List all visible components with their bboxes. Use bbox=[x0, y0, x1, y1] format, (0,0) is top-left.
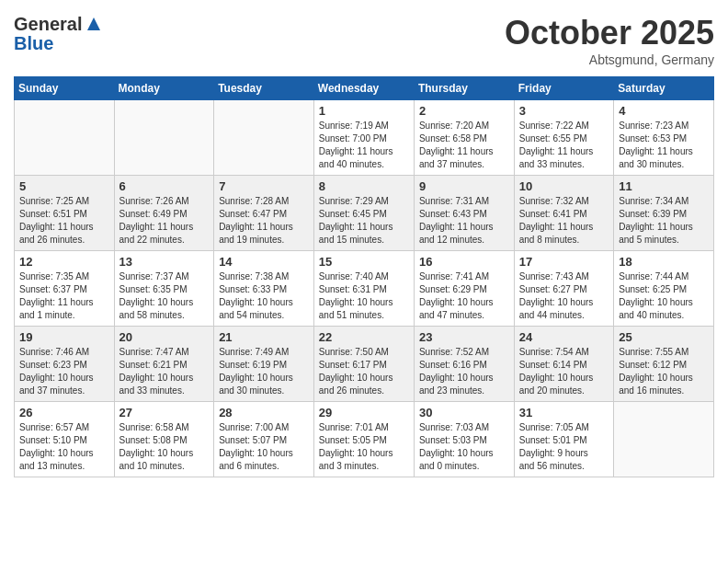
day-info: Sunrise: 7:01 AMSunset: 5:05 PMDaylight:… bbox=[319, 421, 409, 473]
day-number: 28 bbox=[219, 406, 309, 419]
calendar-cell: 3Sunrise: 7:22 AMSunset: 6:55 PMDaylight… bbox=[514, 100, 613, 176]
day-header-wednesday: Wednesday bbox=[313, 77, 414, 100]
day-number: 17 bbox=[519, 255, 609, 269]
day-number: 5 bbox=[19, 179, 109, 193]
day-info: Sunrise: 7:05 AMSunset: 5:01 PMDaylight:… bbox=[519, 421, 609, 473]
day-number: 4 bbox=[619, 104, 709, 118]
day-info: Sunrise: 7:46 AMSunset: 6:23 PMDaylight:… bbox=[19, 346, 109, 397]
day-info: Sunrise: 7:29 AMSunset: 6:45 PMDaylight:… bbox=[319, 195, 409, 247]
day-number: 25 bbox=[619, 330, 709, 344]
day-info: Sunrise: 7:20 AMSunset: 6:58 PMDaylight:… bbox=[419, 120, 509, 171]
calendar-cell: 27Sunrise: 6:58 AMSunset: 5:08 PMDayligh… bbox=[114, 402, 214, 477]
logo-blue-text: Blue bbox=[14, 34, 53, 52]
calendar-cell bbox=[614, 402, 714, 477]
calendar-cell: 14Sunrise: 7:38 AMSunset: 6:33 PMDayligh… bbox=[214, 251, 314, 327]
day-number: 7 bbox=[219, 179, 309, 193]
calendar-table: SundayMondayTuesdayWednesdayThursdayFrid… bbox=[14, 76, 714, 477]
day-header-tuesday: Tuesday bbox=[214, 77, 314, 100]
day-info: Sunrise: 7:49 AMSunset: 6:19 PMDaylight:… bbox=[219, 346, 309, 397]
logo-general-text: General bbox=[14, 15, 82, 33]
location-subtitle: Abtsgmund, Germany bbox=[505, 52, 714, 67]
day-info: Sunrise: 7:26 AMSunset: 6:49 PMDaylight:… bbox=[119, 195, 210, 247]
day-number: 27 bbox=[119, 406, 210, 419]
day-info: Sunrise: 7:00 AMSunset: 5:07 PMDaylight:… bbox=[219, 421, 309, 473]
calendar-cell: 18Sunrise: 7:44 AMSunset: 6:25 PMDayligh… bbox=[614, 251, 714, 327]
day-number: 15 bbox=[319, 255, 409, 269]
day-number: 12 bbox=[19, 255, 109, 269]
calendar-cell: 6Sunrise: 7:26 AMSunset: 6:49 PMDaylight… bbox=[114, 176, 214, 251]
calendar-week-row: 19Sunrise: 7:46 AMSunset: 6:23 PMDayligh… bbox=[15, 327, 714, 402]
day-info: Sunrise: 7:47 AMSunset: 6:21 PMDaylight:… bbox=[119, 346, 210, 397]
day-number: 24 bbox=[519, 330, 609, 344]
logo: General Blue bbox=[14, 14, 104, 52]
logo-icon bbox=[84, 14, 104, 34]
day-info: Sunrise: 7:23 AMSunset: 6:53 PMDaylight:… bbox=[619, 120, 709, 171]
day-number: 8 bbox=[319, 179, 409, 193]
day-info: Sunrise: 6:58 AMSunset: 5:08 PMDaylight:… bbox=[119, 421, 210, 473]
day-number: 2 bbox=[419, 104, 509, 118]
calendar-cell: 31Sunrise: 7:05 AMSunset: 5:01 PMDayligh… bbox=[514, 402, 613, 477]
day-number: 20 bbox=[119, 330, 210, 344]
page-header: General Blue October 2025 Abtsgmund, Ger… bbox=[14, 14, 714, 67]
day-number: 11 bbox=[619, 179, 709, 193]
day-info: Sunrise: 7:52 AMSunset: 6:16 PMDaylight:… bbox=[419, 346, 509, 397]
calendar-cell: 15Sunrise: 7:40 AMSunset: 6:31 PMDayligh… bbox=[313, 251, 414, 327]
calendar-cell: 8Sunrise: 7:29 AMSunset: 6:45 PMDaylight… bbox=[313, 176, 414, 251]
day-header-friday: Friday bbox=[514, 77, 613, 100]
calendar-week-row: 1Sunrise: 7:19 AMSunset: 7:00 PMDaylight… bbox=[15, 100, 714, 176]
calendar-cell: 28Sunrise: 7:00 AMSunset: 5:07 PMDayligh… bbox=[214, 402, 314, 477]
calendar-cell: 7Sunrise: 7:28 AMSunset: 6:47 PMDaylight… bbox=[214, 176, 314, 251]
day-number: 6 bbox=[119, 179, 210, 193]
day-header-monday: Monday bbox=[114, 77, 214, 100]
calendar-week-row: 26Sunrise: 6:57 AMSunset: 5:10 PMDayligh… bbox=[15, 402, 714, 477]
day-number: 9 bbox=[419, 179, 509, 193]
calendar-cell: 16Sunrise: 7:41 AMSunset: 6:29 PMDayligh… bbox=[414, 251, 514, 327]
day-number: 26 bbox=[19, 406, 109, 419]
day-info: Sunrise: 7:22 AMSunset: 6:55 PMDaylight:… bbox=[519, 120, 609, 171]
calendar-cell bbox=[15, 100, 115, 176]
calendar-cell: 13Sunrise: 7:37 AMSunset: 6:35 PMDayligh… bbox=[114, 251, 214, 327]
day-number: 29 bbox=[319, 406, 409, 419]
day-number: 3 bbox=[519, 104, 609, 118]
day-number: 30 bbox=[419, 406, 509, 419]
day-number: 21 bbox=[219, 330, 309, 344]
day-number: 10 bbox=[519, 179, 609, 193]
day-number: 31 bbox=[519, 406, 609, 419]
calendar-cell: 17Sunrise: 7:43 AMSunset: 6:27 PMDayligh… bbox=[514, 251, 613, 327]
day-number: 16 bbox=[419, 255, 509, 269]
day-info: Sunrise: 7:37 AMSunset: 6:35 PMDaylight:… bbox=[119, 270, 210, 322]
calendar-cell: 4Sunrise: 7:23 AMSunset: 6:53 PMDaylight… bbox=[614, 100, 714, 176]
day-info: Sunrise: 7:54 AMSunset: 6:14 PMDaylight:… bbox=[519, 346, 609, 397]
calendar-week-row: 12Sunrise: 7:35 AMSunset: 6:37 PMDayligh… bbox=[15, 251, 714, 327]
day-number: 22 bbox=[319, 330, 409, 344]
calendar-cell: 10Sunrise: 7:32 AMSunset: 6:41 PMDayligh… bbox=[514, 176, 613, 251]
calendar-cell: 12Sunrise: 7:35 AMSunset: 6:37 PMDayligh… bbox=[15, 251, 115, 327]
svg-marker-0 bbox=[87, 17, 100, 30]
calendar-cell: 25Sunrise: 7:55 AMSunset: 6:12 PMDayligh… bbox=[614, 327, 714, 402]
day-info: Sunrise: 7:35 AMSunset: 6:37 PMDaylight:… bbox=[19, 270, 109, 322]
day-info: Sunrise: 7:40 AMSunset: 6:31 PMDaylight:… bbox=[319, 270, 409, 322]
day-info: Sunrise: 7:50 AMSunset: 6:17 PMDaylight:… bbox=[319, 346, 409, 397]
day-info: Sunrise: 7:41 AMSunset: 6:29 PMDaylight:… bbox=[419, 270, 509, 322]
calendar-cell: 22Sunrise: 7:50 AMSunset: 6:17 PMDayligh… bbox=[313, 327, 414, 402]
day-info: Sunrise: 7:34 AMSunset: 6:39 PMDaylight:… bbox=[619, 195, 709, 247]
day-info: Sunrise: 7:19 AMSunset: 7:00 PMDaylight:… bbox=[319, 120, 409, 171]
calendar-header-row: SundayMondayTuesdayWednesdayThursdayFrid… bbox=[15, 77, 714, 100]
day-info: Sunrise: 7:55 AMSunset: 6:12 PMDaylight:… bbox=[619, 346, 709, 397]
calendar-cell bbox=[114, 100, 214, 176]
calendar-cell: 24Sunrise: 7:54 AMSunset: 6:14 PMDayligh… bbox=[514, 327, 613, 402]
title-section: October 2025 Abtsgmund, Germany bbox=[505, 14, 714, 67]
calendar-cell: 30Sunrise: 7:03 AMSunset: 5:03 PMDayligh… bbox=[414, 402, 514, 477]
day-number: 23 bbox=[419, 330, 509, 344]
day-info: Sunrise: 7:43 AMSunset: 6:27 PMDaylight:… bbox=[519, 270, 609, 322]
day-number: 13 bbox=[119, 255, 210, 269]
calendar-cell: 20Sunrise: 7:47 AMSunset: 6:21 PMDayligh… bbox=[114, 327, 214, 402]
calendar-cell: 26Sunrise: 6:57 AMSunset: 5:10 PMDayligh… bbox=[15, 402, 115, 477]
day-info: Sunrise: 7:28 AMSunset: 6:47 PMDaylight:… bbox=[219, 195, 309, 247]
day-info: Sunrise: 7:31 AMSunset: 6:43 PMDaylight:… bbox=[419, 195, 509, 247]
calendar-cell: 2Sunrise: 7:20 AMSunset: 6:58 PMDaylight… bbox=[414, 100, 514, 176]
calendar-cell: 23Sunrise: 7:52 AMSunset: 6:16 PMDayligh… bbox=[414, 327, 514, 402]
day-info: Sunrise: 6:57 AMSunset: 5:10 PMDaylight:… bbox=[19, 421, 109, 473]
month-title: October 2025 bbox=[505, 14, 714, 52]
day-header-saturday: Saturday bbox=[614, 77, 714, 100]
